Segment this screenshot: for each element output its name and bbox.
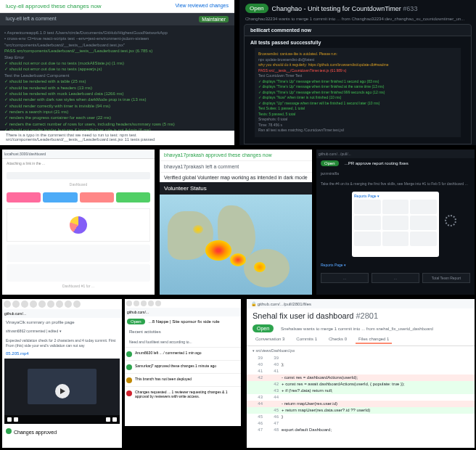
map-title: Volunteer Status bbox=[160, 182, 312, 195]
footer-text: Dashboard #1 for ... bbox=[7, 284, 150, 288]
video-controls[interactable] bbox=[4, 415, 120, 424]
pr-tab[interactable]: Conversation 3 bbox=[253, 335, 287, 344]
review-timeline-tile: github.com/... Open ...8 Nappe | Site sp… bbox=[125, 299, 241, 426]
section-head: Recent activities bbox=[125, 327, 241, 337]
timeline-item[interactable]: Changes requested ... 1 reviewer request… bbox=[125, 386, 241, 401]
fullscreen-icon[interactable] bbox=[112, 417, 117, 422]
diff-tile: 🔒 github.com/.../pull/2801/files Snehal … bbox=[247, 299, 475, 448]
pr-desc: Take the #4 on its & merging the first f… bbox=[316, 179, 475, 189]
pr-title[interactable]: Changhao - Unit testing for CountdownTim… bbox=[272, 5, 418, 12]
open-badge: Open bbox=[245, 4, 268, 13]
play-button-icon[interactable] bbox=[55, 384, 70, 398]
diff-view: 39394040 };414142- const res = dashboard… bbox=[247, 355, 475, 433]
dark-pr-screenshot-tile: github.com/.../pull/... Open ...PR appro… bbox=[316, 150, 475, 295]
diff-line: 4040 }; bbox=[247, 361, 475, 368]
stat-cards bbox=[7, 192, 150, 202]
timeline-item[interactable]: Samurkarj7 approved these changes 1 minu… bbox=[125, 360, 241, 373]
timeline-text: This branch has not been deployed bbox=[135, 377, 192, 381]
timeline-text: Anum8630 left ... / commented 1 min ago bbox=[135, 351, 201, 355]
card-pink[interactable] bbox=[7, 192, 41, 202]
test-output: Browserslist: caniuse-lite is outdated. … bbox=[255, 48, 461, 137]
comment-header: bellicart commented now bbox=[244, 24, 472, 36]
diff-line: 4141 bbox=[247, 368, 475, 375]
pie-chart bbox=[70, 216, 87, 234]
comment-subheader: lucy-ell left a comment Maintainer bbox=[0, 13, 234, 25]
video-player[interactable] bbox=[4, 359, 120, 424]
panel-bot bbox=[7, 264, 150, 282]
timeline-item[interactable]: This branch has not been deployed bbox=[125, 373, 241, 386]
terminal-output: • Aspnetcoreapp6.1.0 test /Users/circle/… bbox=[0, 25, 234, 131]
url-bar: github.com/.../pull/... bbox=[316, 150, 475, 158]
pr-meta: Changhao32234 wants to merge 1 commit in… bbox=[239, 17, 476, 24]
pr-tabs: Conversation 3Commits 1Checks 0Files cha… bbox=[247, 334, 475, 346]
pr-tab[interactable]: Commits 1 bbox=[293, 335, 320, 344]
passed-text: All tests passed successfully bbox=[250, 40, 465, 45]
section-desc: Need and footlitest send according to... bbox=[125, 337, 241, 347]
status-dot-icon bbox=[126, 351, 132, 357]
comment-head: shivam6862 commented | edited ▾ bbox=[2, 327, 122, 336]
pr-title[interactable]: ...PR approve report routing fixes bbox=[345, 161, 409, 165]
heatmap-blob bbox=[230, 253, 246, 266]
pr-title[interactable]: ...8 Nappe | Site sponsor fix side role bbox=[149, 319, 220, 324]
card-green[interactable] bbox=[116, 192, 150, 202]
ss-title[interactable]: Reports Page ▾ bbox=[354, 194, 437, 198]
check-icon bbox=[6, 428, 12, 434]
status-dot-icon bbox=[126, 364, 132, 370]
embedded-screenshot: Reports Page ▾ bbox=[352, 192, 439, 257]
url-bar: github.com/... bbox=[125, 308, 241, 316]
pr-row: Open ...PR approve report routing fixes bbox=[316, 158, 475, 168]
pr-tab[interactable]: Files changed 1 bbox=[356, 335, 392, 344]
diff-line: 4546} bbox=[247, 414, 475, 420]
section-link[interactable]: Reports Page ▾ bbox=[316, 260, 475, 270]
dashboard-body: Dashboard Dashboard #1 for ... bbox=[2, 168, 155, 292]
panel-mid bbox=[7, 245, 150, 262]
video-review-tile: github.com/... VinayaClk summary on prof… bbox=[2, 299, 122, 448]
dot-icon bbox=[4, 300, 11, 308]
volume-icon[interactable] bbox=[14, 417, 18, 422]
volunteer-map[interactable] bbox=[160, 195, 312, 295]
map-comment-head: bhavya17prakash left a comment bbox=[160, 161, 312, 173]
pr-title[interactable]: Snehal fix user id dashboard #2801 bbox=[247, 308, 475, 323]
open-badge: Open bbox=[321, 160, 339, 166]
card-blue[interactable] bbox=[43, 192, 77, 202]
file-link[interactable]: 05.205.mp4 bbox=[2, 351, 122, 356]
timeline-items: Anum8630 left ... / commented 1 min agoS… bbox=[125, 347, 241, 401]
diff-line: 4647 bbox=[247, 420, 475, 427]
pie-chart-panel bbox=[7, 208, 150, 242]
view-reviewed-link[interactable]: View reviewed changes bbox=[176, 3, 229, 9]
heatmap-blob bbox=[205, 240, 231, 261]
landmass bbox=[244, 249, 290, 287]
file-header[interactable]: ▾ src/views/Dashboard.jsx bbox=[247, 346, 475, 355]
diff-line: 43+ if (!res?.data) return null; bbox=[247, 388, 475, 394]
approved-line: bhavya17prakash approved these changes n… bbox=[164, 152, 272, 158]
open-badge: Open bbox=[127, 319, 145, 324]
map-review-tile: bhavya17prakash approved these changes n… bbox=[160, 150, 312, 295]
label: Dashboard bbox=[7, 182, 150, 187]
pr-meta: Snehalsaw wants to merge 1 commit into .… bbox=[281, 327, 433, 331]
diff-line: 42- const res = dashboardActions(userId)… bbox=[247, 375, 475, 381]
url-bar: github.com/... bbox=[2, 309, 122, 318]
map-comment-text: Verified global Volunteer map working as… bbox=[160, 173, 312, 182]
stat-row: ... ... Total Team Report bbox=[321, 273, 470, 283]
timeline-text: Changes requested ... 1 reviewer request… bbox=[135, 390, 239, 398]
url-bar: 🔒 github.com/.../pull/2801/files bbox=[247, 299, 475, 308]
pr-tab[interactable]: Checks 0 bbox=[326, 335, 350, 344]
diff-line: 4748export default Dashboard; bbox=[247, 427, 475, 433]
card-red[interactable] bbox=[80, 192, 114, 202]
github-pr-dark-tile: Open Changhao - Unit testing for Countdo… bbox=[239, 0, 476, 145]
stat-box: Total Team Report bbox=[422, 273, 470, 283]
timeline-item[interactable]: Anum8630 left ... / commented 1 min ago bbox=[125, 347, 241, 360]
timeline-text: Samurkarj7 approved these changes 1 minu… bbox=[135, 364, 216, 368]
dashboard-screenshot-tile: localhost:3000/dashboard Attaching a lin… bbox=[2, 150, 155, 295]
browser-chrome bbox=[2, 299, 122, 309]
open-badge: Open bbox=[253, 324, 274, 332]
play-icon[interactable] bbox=[7, 417, 12, 422]
pr-number: #2801 bbox=[356, 311, 379, 320]
pr-title[interactable]: VinayaClk summary on profile page bbox=[2, 318, 122, 327]
comment-body: All tests passed successfully Browsersli… bbox=[244, 36, 472, 144]
stat-box: ... bbox=[372, 273, 419, 283]
loading-spinner-icon bbox=[445, 215, 456, 226]
commenter-text: lucy-ell left a comment bbox=[6, 16, 57, 22]
settings-icon[interactable] bbox=[106, 417, 110, 422]
terminal-review-tile: lucy-ell approved these changes now View… bbox=[0, 0, 234, 145]
